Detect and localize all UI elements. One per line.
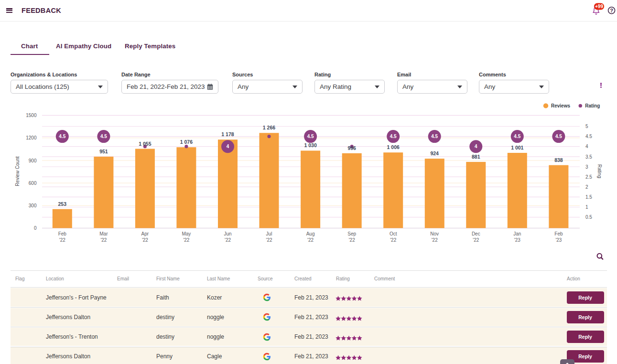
svg-text:0: 0	[34, 225, 37, 231]
svg-text:Jul: Jul	[266, 231, 272, 236]
svg-text:Aug: Aug	[306, 231, 315, 236]
svg-text:600: 600	[29, 181, 37, 186]
svg-text:1500: 1500	[26, 113, 37, 118]
svg-text:951: 951	[99, 149, 108, 154]
svg-text:1: 1	[585, 204, 588, 210]
svg-text:1 266: 1 266	[263, 125, 275, 130]
svg-text:4.5: 4.5	[100, 134, 107, 139]
svg-text:Jan: Jan	[513, 231, 521, 236]
svg-text:881: 881	[472, 154, 480, 160]
svg-text:'22: '22	[473, 237, 479, 243]
svg-text:?: ?	[610, 8, 613, 13]
svg-text:Reviews: Reviews	[551, 103, 570, 108]
svg-text:4.5: 4.5	[307, 134, 314, 139]
svg-text:4: 4	[227, 144, 229, 149]
svg-text:253: 253	[58, 201, 67, 207]
svg-text:Rating: Rating	[597, 164, 602, 178]
svg-text:838: 838	[554, 157, 563, 163]
svg-text:900: 900	[29, 158, 37, 163]
svg-text:'22: '22	[349, 237, 355, 243]
svg-text:Feb: Feb	[58, 231, 67, 236]
svg-text:1.5: 1.5	[585, 194, 592, 200]
svg-text:2: 2	[585, 184, 588, 190]
svg-text:'22: '22	[225, 237, 231, 243]
svg-text:4.5: 4.5	[514, 134, 520, 139]
svg-text:'23: '23	[555, 237, 562, 243]
svg-text:4.5: 4.5	[431, 134, 438, 139]
svg-text:996: 996	[347, 145, 356, 151]
svg-text:'22: '22	[307, 237, 314, 243]
svg-text:Review Count: Review Count	[15, 156, 20, 186]
svg-text:4.5: 4.5	[390, 134, 397, 139]
svg-text:+99: +99	[595, 4, 603, 9]
svg-text:Rating: Rating	[585, 103, 600, 108]
svg-text:'22: '22	[59, 237, 65, 243]
svg-text:Oct: Oct	[390, 231, 397, 236]
svg-text:1 178: 1 178	[221, 131, 234, 137]
svg-text:924: 924	[430, 150, 439, 156]
svg-text:1 055: 1 055	[139, 141, 151, 147]
svg-text:'22: '22	[100, 237, 107, 243]
svg-text:4: 4	[475, 144, 477, 149]
svg-text:Sep: Sep	[347, 231, 356, 236]
svg-text:Feb: Feb	[554, 231, 563, 236]
svg-text:'22: '22	[266, 237, 272, 243]
svg-text:Apr: Apr	[141, 231, 149, 236]
svg-text:1 001: 1 001	[511, 145, 523, 150]
svg-text:3: 3	[585, 164, 588, 170]
svg-text:0.5: 0.5	[585, 214, 592, 220]
svg-text:4.5: 4.5	[585, 134, 592, 139]
svg-text:3.5: 3.5	[585, 154, 592, 160]
svg-text:'22: '22	[390, 237, 396, 243]
svg-text:1 030: 1 030	[304, 142, 316, 148]
svg-text:2.5: 2.5	[585, 174, 592, 180]
svg-text:May: May	[182, 231, 191, 236]
svg-text:1 006: 1 006	[387, 144, 400, 150]
svg-text:1200: 1200	[26, 135, 37, 140]
svg-text:'22: '22	[183, 237, 189, 243]
svg-text:300: 300	[29, 203, 37, 208]
svg-text:Mar: Mar	[99, 231, 108, 236]
svg-text:4.5: 4.5	[59, 134, 65, 139]
svg-text:Dec: Dec	[472, 231, 480, 236]
svg-text:'22: '22	[432, 237, 438, 243]
svg-text:4: 4	[585, 144, 588, 149]
svg-text:Nov: Nov	[430, 231, 439, 236]
svg-text:1 076: 1 076	[180, 139, 193, 145]
svg-text:5: 5	[585, 124, 588, 129]
svg-text:4.5: 4.5	[555, 134, 562, 139]
svg-text:Jun: Jun	[224, 231, 231, 236]
svg-text:'23: '23	[514, 237, 520, 243]
svg-text:'22: '22	[142, 237, 148, 243]
